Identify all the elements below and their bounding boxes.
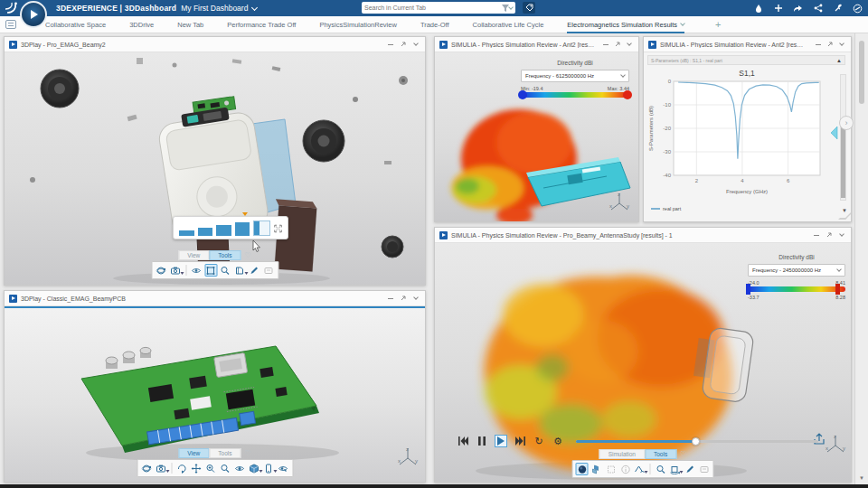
minimize-button[interactable] bbox=[386, 294, 395, 303]
panel-menu-button[interactable] bbox=[838, 40, 846, 49]
tab-electromagnetics-simulation-results[interactable]: Electromagnetics Simulation Results bbox=[567, 16, 684, 33]
toolbar-tab-tools[interactable]: Tools bbox=[209, 250, 241, 260]
center-view-icon[interactable] bbox=[233, 462, 246, 474]
vertical-scrollbar[interactable] bbox=[840, 74, 846, 201]
explode-step-4[interactable] bbox=[235, 222, 250, 236]
expand-right-panel-button[interactable]: › bbox=[839, 116, 854, 130]
toolbar-tab-tools[interactable]: Tools bbox=[209, 448, 241, 458]
dashboard-name[interactable]: My First Dashboard bbox=[181, 4, 248, 13]
explode-slider[interactable] bbox=[173, 216, 288, 239]
pause-button[interactable] bbox=[476, 435, 488, 447]
orbit-icon[interactable] bbox=[140, 462, 153, 474]
rotate-object-icon[interactable] bbox=[669, 463, 682, 475]
3d-viewport-ant2[interactable]: Directivity dBi Frequency - 6125000000 H… bbox=[435, 52, 638, 221]
minimize-button[interactable] bbox=[602, 40, 610, 49]
zoom-area-icon[interactable] bbox=[219, 264, 231, 277]
search-options-chevron-icon[interactable] bbox=[508, 5, 514, 10]
tab-menu-chevron-icon[interactable] bbox=[680, 21, 685, 26]
maximize-button[interactable] bbox=[614, 40, 622, 49]
pages-icon[interactable] bbox=[233, 264, 246, 277]
toolbar-tab-tools[interactable]: Tools bbox=[645, 449, 676, 459]
edge-scroll-down-icon[interactable]: ▼ bbox=[859, 475, 864, 481]
explode-expand-icon[interactable] bbox=[274, 223, 282, 234]
panel-menu-button[interactable] bbox=[626, 40, 634, 49]
favorite-heart-icon[interactable]: ♡ bbox=[245, 449, 251, 457]
snapshot-icon[interactable] bbox=[155, 462, 167, 474]
color-scale-bar[interactable] bbox=[521, 92, 629, 98]
explode-step-1[interactable] bbox=[179, 230, 194, 236]
search-input[interactable] bbox=[364, 5, 502, 11]
share-forward-icon[interactable] bbox=[793, 4, 803, 14]
minimize-button[interactable] bbox=[386, 40, 395, 49]
panel-header[interactable]: SIMULIA - Physics Simulation Review - An… bbox=[644, 37, 851, 52]
loop-icon[interactable]: ↻ bbox=[533, 435, 545, 447]
right-scroll-strip[interactable]: ▼ bbox=[854, 33, 868, 484]
maximize-button[interactable] bbox=[825, 230, 834, 239]
ink-annotation-icon[interactable] bbox=[753, 4, 763, 14]
compass-icon[interactable] bbox=[20, 1, 47, 28]
panel-menu-button[interactable] bbox=[411, 294, 420, 303]
3d-viewport-beamy[interactable]: View Tools ♡ bbox=[5, 52, 425, 285]
skip-end-button[interactable] bbox=[514, 435, 526, 447]
pencil-icon[interactable] bbox=[684, 463, 696, 475]
zoom-in-icon[interactable] bbox=[204, 462, 217, 474]
tab-3ddrive[interactable]: 3DDrive bbox=[129, 21, 154, 29]
3ds-logo[interactable] bbox=[4, 1, 20, 15]
frequency-dropdown[interactable]: Frequency - 2450000000 Hz bbox=[748, 264, 845, 277]
skip-start-button[interactable] bbox=[457, 435, 469, 447]
pane-drag-handle[interactable] bbox=[831, 127, 838, 139]
visibility-eye-icon[interactable] bbox=[190, 264, 203, 277]
play-button[interactable] bbox=[495, 435, 507, 447]
tab-new-tab[interactable]: New Tab bbox=[177, 21, 203, 29]
zoom-area-icon[interactable] bbox=[655, 463, 667, 475]
toolbar-tab-simulation[interactable]: Simulation bbox=[599, 449, 645, 459]
plot-selector-bar[interactable]: S-Parameters (dB) : S1,1 - real part ▲ bbox=[647, 55, 845, 65]
orbit-icon[interactable] bbox=[155, 264, 167, 277]
render-style-icon[interactable] bbox=[277, 462, 289, 474]
add-content-icon[interactable] bbox=[773, 4, 783, 14]
pan-icon[interactable] bbox=[190, 462, 203, 474]
animation-progress-slider[interactable] bbox=[576, 440, 818, 443]
panel-header[interactable]: SIMULIA - Physics Simulation Review - Pr… bbox=[435, 228, 851, 243]
tab-collaborative-space[interactable]: Collaborative Space bbox=[45, 21, 106, 29]
pencil-icon[interactable] bbox=[248, 264, 260, 277]
resize-handle[interactable] bbox=[838, 212, 851, 220]
panel-menu-button[interactable] bbox=[411, 40, 420, 49]
tab-physics-simulation-review[interactable]: PhysicsSimulationReview bbox=[319, 21, 396, 29]
slider-knob[interactable] bbox=[692, 437, 700, 446]
panel-header[interactable]: 3DPlay - Classic_EMAG_BeamyPCB bbox=[5, 291, 425, 306]
3d-viewport-antenna-study[interactable]: Directivity dBi Frequency - 2450000000 H… bbox=[435, 243, 851, 482]
scale-min-handle[interactable] bbox=[746, 284, 750, 295]
tab-trade-off[interactable]: Trade-Off bbox=[420, 21, 449, 29]
zoom-area-icon[interactable] bbox=[219, 462, 231, 474]
tag-button[interactable] bbox=[523, 2, 535, 14]
frequency-dropdown[interactable]: Frequency - 6125000000 Hz bbox=[521, 70, 629, 82]
explode-step-3[interactable] bbox=[216, 225, 231, 236]
scale-max-handle[interactable] bbox=[835, 284, 840, 295]
minimize-button[interactable] bbox=[812, 230, 821, 239]
panel-menu-button[interactable] bbox=[837, 230, 846, 239]
panel-header[interactable]: SIMULIA - Physics Simulation Review - An… bbox=[435, 37, 638, 52]
help-icon[interactable] bbox=[853, 4, 863, 14]
dashboard-menu-chevron-icon[interactable] bbox=[251, 4, 258, 10]
rotate-icon[interactable] bbox=[175, 462, 188, 474]
favorite-heart-icon[interactable]: ♡ bbox=[680, 450, 686, 458]
add-tab-button[interactable]: + bbox=[715, 19, 721, 30]
edge-scrollbar-thumb[interactable] bbox=[859, 41, 864, 104]
result-display-icon[interactable] bbox=[576, 463, 589, 475]
measure-icon[interactable] bbox=[634, 463, 646, 475]
maximize-button[interactable] bbox=[399, 294, 408, 303]
collapse-up-icon[interactable]: ▲ bbox=[836, 58, 842, 63]
toolbar-tab-view[interactable]: View bbox=[178, 250, 209, 260]
tools-wrench-icon[interactable] bbox=[833, 4, 843, 14]
toolbar-tab-view[interactable]: View bbox=[178, 448, 209, 458]
model-tree-icon[interactable] bbox=[590, 463, 603, 475]
favorite-heart-icon[interactable]: ♡ bbox=[245, 251, 251, 259]
color-scale-bar[interactable] bbox=[748, 286, 845, 292]
tab-collaborative-life-cycle[interactable]: Collaborative Life Cycle bbox=[473, 21, 544, 29]
animation-settings-gear-icon[interactable]: ⚙ bbox=[552, 435, 564, 447]
scale-max-handle[interactable] bbox=[623, 90, 632, 99]
section-box-icon[interactable] bbox=[204, 264, 217, 277]
snapshot-icon[interactable] bbox=[169, 264, 182, 277]
search-box[interactable] bbox=[362, 2, 515, 14]
